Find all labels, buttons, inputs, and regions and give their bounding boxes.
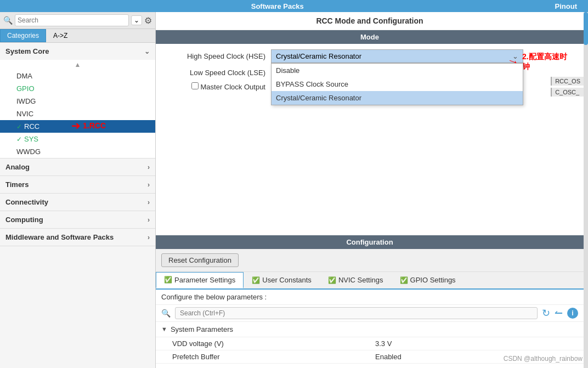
params-group-arrow-icon: ▼: [161, 326, 167, 332]
hse-option-disable[interactable]: Disable: [272, 64, 523, 77]
dma-label: DMA: [16, 72, 32, 80]
system-core-items: ▲ DMA GPIO IWDG NVIC ✓: [0, 60, 155, 158]
annotation-rcc: 1.RCC: [83, 121, 106, 130]
group-middleware: Middleware and Software Packs ›: [0, 229, 155, 246]
rcc-check-icon: ✓: [16, 123, 22, 131]
hse-selected-value: Crystal/Ceramic Resonator: [276, 52, 512, 60]
arrow-rcc-icon: ➔: [71, 120, 81, 131]
sidebar-item-gpio[interactable]: GPIO: [0, 82, 155, 95]
sys-label: SYS: [24, 135, 38, 143]
right-scrollbar[interactable]: [584, 12, 588, 368]
software-packs-label: Software Packs: [0, 2, 555, 10]
hse-option-bypass[interactable]: BYPASS Clock Source: [272, 77, 523, 91]
master-clock-checkbox[interactable]: [191, 83, 199, 91]
chevron-right-icon: ›: [148, 163, 150, 171]
sidebar: 🔍 ⌄ ⚙ Categories A->Z System Core ⌄ ▲ DM…: [0, 12, 156, 368]
pinout-label: Pinout: [555, 2, 588, 10]
tab-a-z[interactable]: A->Z: [46, 29, 75, 42]
hse-row: High Speed Clock (HSE) Crystal/Ceramic R…: [167, 49, 573, 63]
hse-option-crystal[interactable]: Crystal/Ceramic Resonator: [272, 91, 523, 105]
chevron-down-icon: ⌄: [144, 48, 150, 55]
iwdg-label: IWDG: [16, 97, 36, 105]
param-settings-check-icon: ✅: [164, 276, 172, 284]
right-label-1: C_OSC_: [551, 88, 584, 97]
sidebar-search-bar: 🔍 ⌄ ⚙: [0, 12, 155, 29]
params-group-label: System Parameters: [171, 325, 233, 333]
sidebar-item-dma[interactable]: DMA: [0, 70, 155, 82]
group-analog-header[interactable]: Analog ›: [0, 158, 155, 175]
tab-param-settings[interactable]: ✅ Parameter Settings: [156, 272, 244, 288]
scrollbar-thumb[interactable]: [584, 12, 588, 45]
gear-icon[interactable]: ⚙: [144, 15, 152, 26]
params-group-header[interactable]: ▼ System Parameters: [156, 322, 584, 337]
search-dropdown[interactable]: ⌄: [131, 15, 142, 25]
info-icon[interactable]: i: [567, 308, 578, 319]
right-label-0: RCC_OS: [551, 77, 584, 86]
config-search-bar: 🔍 ↻ ↼ i: [156, 305, 584, 322]
annotation-configure-label: 2.配置高速时钟: [522, 52, 573, 72]
config-section-header: Configuration: [156, 235, 584, 249]
hse-dropdown-menu: Disable BYPASS Clock Source Crystal/Cera…: [271, 63, 523, 105]
param-settings-label: Parameter Settings: [174, 276, 235, 284]
sidebar-item-wwdg[interactable]: WWDG: [0, 145, 155, 158]
expand-icon[interactable]: ↼: [555, 307, 563, 319]
param-row-0: VDD voltage (V) 3.3 V: [156, 337, 584, 350]
config-toolbar: Reset Configuration: [156, 249, 584, 272]
sidebar-item-rcc[interactable]: ✓ RCC ➔ 1.RCC: [0, 120, 155, 133]
refresh-icon[interactable]: ↻: [542, 307, 550, 319]
group-system-core-label: System Core: [5, 47, 49, 55]
sidebar-item-sys[interactable]: ✓ SYS: [0, 133, 155, 145]
config-search-input[interactable]: [175, 307, 538, 319]
group-middleware-label: Middleware and Software Packs: [5, 233, 114, 241]
gpio-settings-label: GPIO Settings: [410, 276, 456, 284]
rcc-label: RCC: [24, 122, 39, 131]
group-connectivity-header[interactable]: Connectivity ›: [0, 194, 155, 211]
group-timers: Timers ›: [0, 176, 155, 194]
wwdg-label: WWDG: [16, 148, 41, 156]
group-computing-header[interactable]: Computing ›: [0, 211, 155, 228]
hse-label: High Speed Clock (HSE): [167, 52, 265, 60]
gpio-settings-check-icon: ✅: [400, 276, 408, 284]
reset-config-button[interactable]: Reset Configuration: [161, 253, 239, 267]
scroll-up-indicator: ▲: [0, 60, 155, 70]
watermark: CSDN @although_rainbow: [504, 355, 583, 363]
tab-user-constants[interactable]: ✅ User Constants: [244, 272, 320, 288]
group-computing: Computing ›: [0, 211, 155, 229]
chevron-right-icon-timers: ›: [148, 181, 150, 189]
chevron-right-icon-computing: ›: [148, 216, 150, 224]
lse-label: Low Speed Clock (LSE): [167, 69, 265, 77]
hse-dropdown-selected[interactable]: Crystal/Ceramic Resonator ⌄: [271, 49, 523, 63]
nvic-settings-check-icon: ✅: [328, 276, 336, 284]
gpio-label: GPIO: [16, 84, 35, 93]
group-middleware-header[interactable]: Middleware and Software Packs ›: [0, 229, 155, 246]
master-clock-label: Master Clock Output: [167, 82, 265, 91]
group-system-core-header[interactable]: System Core ⌄: [0, 43, 155, 60]
group-analog-label: Analog: [5, 163, 30, 171]
sys-check-icon: ✓: [16, 135, 22, 143]
tab-nvic-settings[interactable]: ✅ NVIC Settings: [320, 272, 392, 288]
top-bar: Software Packs Pinout: [0, 0, 588, 12]
config-tabs: ✅ Parameter Settings ✅ User Constants ✅ …: [156, 272, 584, 290]
search-icon: 🔍: [3, 16, 13, 25]
sidebar-item-nvic[interactable]: NVIC: [0, 107, 155, 120]
nvic-label: NVIC: [16, 110, 33, 118]
mode-spacer: [156, 102, 584, 235]
sidebar-tabs: Categories A->Z: [0, 29, 155, 43]
sidebar-item-iwdg[interactable]: IWDG: [0, 95, 155, 107]
group-connectivity-label: Connectivity: [5, 198, 48, 206]
group-connectivity: Connectivity ›: [0, 194, 155, 211]
param-name-1: Prefetch Buffer: [172, 353, 364, 361]
config-section: Configuration Reset Configuration ✅ Para…: [156, 235, 584, 369]
tab-gpio-settings[interactable]: ✅ GPIO Settings: [392, 272, 464, 288]
group-computing-label: Computing: [5, 216, 43, 224]
group-analog: Analog ›: [0, 158, 155, 176]
right-labels: RCC_OS C_OSC_: [551, 77, 584, 97]
search-input[interactable]: [15, 14, 129, 26]
rcc-title: RCC Mode and Configuration: [156, 12, 584, 30]
param-name-0: VDD voltage (V): [172, 339, 364, 348]
chevron-right-icon-middleware: ›: [148, 234, 150, 241]
master-clock-text: Master Clock Output: [201, 83, 266, 91]
group-timers-header[interactable]: Timers ›: [0, 176, 155, 193]
config-search-icon: 🔍: [161, 309, 171, 318]
tab-categories[interactable]: Categories: [0, 29, 46, 42]
